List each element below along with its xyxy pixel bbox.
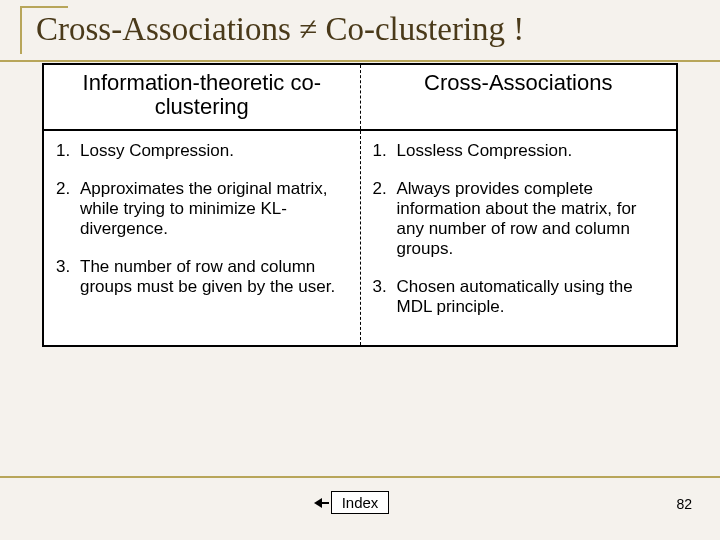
decorative-bracket-vertical [20,6,22,54]
item-number: 3. [373,277,397,317]
page-number: 82 [676,496,692,512]
list-item: 1. Lossless Compression. [373,141,665,161]
header-right: Cross-Associations [360,65,676,130]
item-text: Lossy Compression. [80,141,348,161]
item-number: 2. [56,179,80,239]
item-text: The number of row and column groups must… [80,257,348,297]
index-link[interactable]: Index [331,491,390,514]
list-item: 1. Lossy Compression. [56,141,348,161]
item-number: 1. [373,141,397,161]
item-number: 2. [373,179,397,259]
item-number: 3. [56,257,80,297]
index-link-region: Index [0,491,720,514]
list-item: 3. The number of row and column groups m… [56,257,348,297]
item-text: Lossless Compression. [397,141,665,161]
list-item: 3. Chosen automatically using the MDL pr… [373,277,665,317]
decorative-bracket-horizontal [20,6,68,8]
header-left: Information-theoretic co-clustering [44,65,360,130]
list-item: 2. Approximates the original matrix, whi… [56,179,348,239]
item-text: Chosen automatically using the MDL princ… [397,277,665,317]
right-cell: 1. Lossless Compression. 2. Always provi… [360,130,676,345]
page-title: Cross-Associations ≠ Co-clustering ! [30,8,702,53]
title-region: Cross-Associations ≠ Co-clustering ! [30,8,702,53]
table-body-row: 1. Lossy Compression. 2. Approximates th… [44,130,676,345]
divider-bottom [0,476,720,478]
comparison-table: Information-theoretic co-clustering Cros… [42,63,678,348]
item-number: 1. [56,141,80,161]
item-text: Approximates the original matrix, while … [80,179,348,239]
left-cell: 1. Lossy Compression. 2. Approximates th… [44,130,360,345]
slide: Cross-Associations ≠ Co-clustering ! Inf… [0,0,720,540]
index-label: Index [342,494,379,511]
table-header-row: Information-theoretic co-clustering Cros… [44,65,676,130]
list-item: 2. Always provides complete information … [373,179,665,259]
divider-top [0,60,720,62]
arrow-left-icon [314,498,322,508]
item-text: Always provides complete information abo… [397,179,665,259]
